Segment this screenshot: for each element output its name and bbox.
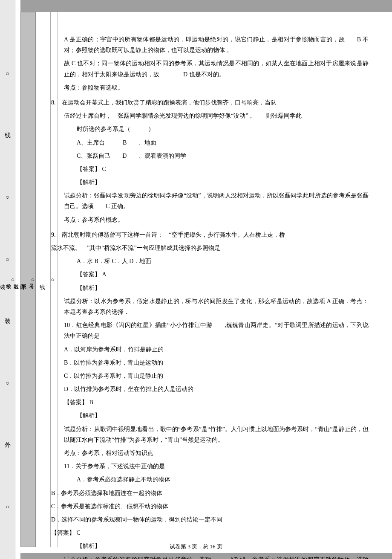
rail-mark: ○ xyxy=(6,254,9,265)
question-10-explanation-header: 【解析】 xyxy=(64,410,369,421)
top-gray-bar xyxy=(20,0,392,12)
rail-mark: ○ xyxy=(6,192,9,203)
rail-mark: ○ xyxy=(6,378,9,388)
continuation-paragraph: A 是正确的；宇宙中的所有物体都是运动的，即运动是绝对的，说它们静止，是相对于参… xyxy=(64,34,369,55)
binding-mark: ○ xyxy=(28,276,37,283)
rail-mark: 外 xyxy=(5,440,11,450)
question-10-option-a: A．以河岸为参考系时，竹排是静止的 xyxy=(64,344,369,355)
question-8-option-cd: C、张磊自己 D 、观看表演的同学 xyxy=(64,151,369,161)
question-11-explanation: 试题分析：参考系的选取除研究对象外是任意的，选项 AB 错。参考系是选做标准的假… xyxy=(64,554,369,559)
page-footer: 试卷第 3 页，总 16 页 xyxy=(0,542,392,551)
question-8-answer: 【答案】 C xyxy=(64,164,369,174)
continuation-paragraph: 故 C 也不对；同一物体的运动相对不同的参考系，其运动情况是不相同的，如某人坐在… xyxy=(64,58,369,79)
question-11-stem: 11．关于参考系，下述说法中正确的是 xyxy=(64,461,369,472)
question-9-explanation: 试题分析：以水为参考系，假定水是静止的，桥与水的间距发生了变化，那么桥是运动的，… xyxy=(64,296,369,317)
question-11-answer: 【答案】 C xyxy=(51,527,369,538)
question-10-explanation: 试题分析：从歌词中很明显地看出，歌中的“参考系”是“竹排”。人们习惯上以地面为参… xyxy=(64,424,369,445)
question-10-keypoint: 考点：参考系，相对运动等知识点 xyxy=(64,448,369,458)
question-11-option-d: D．选择不同的参考系观察同一物体的运动，得到的结论一定不同 xyxy=(51,514,369,525)
question-10-answer: 【答案】 B xyxy=(64,397,369,408)
question-10-option-d: D．以竹排为参考系时，坐在竹排上的人是运动的 xyxy=(64,384,369,394)
rail-mark: 装 xyxy=(5,316,11,327)
binding-mark: ○ xyxy=(48,276,58,283)
key-point: 考点：参照物有选取。 xyxy=(64,82,369,93)
page-content: A 是正确的；宇宙中的所有物体都是运动的，即运动是绝对的，说它们静止，是相对于参… xyxy=(64,34,377,559)
question-8-keypoint: 考点：参考系的概念。 xyxy=(64,214,369,225)
question-9-explanation-header: 【解析】 xyxy=(64,283,369,293)
question-10-option-c: C．以竹排为参考系时，青山是静止的 xyxy=(64,371,369,381)
question-11-option-c: C．参考系是被选作标准的、假想不动的物体 xyxy=(51,501,369,512)
question-8-continuation: 伍经过主席台时， 张磊同学眼睛余光发现旁边的徐明同学好像“没动”， 则张磊同学此 xyxy=(64,110,369,121)
question-9-stem: 9. 南北朝时期的傅翁曾写下这样一首诗： “空手把锄头，步行骑水牛。人在桥上走．… xyxy=(51,229,369,240)
question-10-stem: 10．红色经典电影《闪闪的红星》插曲“小小竹排江中游 ,巍巍青山两岸走。”对于歌… xyxy=(64,320,369,341)
question-8-option-ab: A、主席台 B 、地面 xyxy=(64,137,369,148)
question-8-explanation-header: 【解析】 xyxy=(64,177,369,188)
question-9-options: A．水 B．桥 C．人 D．地面 xyxy=(64,256,369,266)
question-8-stem: 8. 在运动会开幕式上，我们欣赏了精彩的跑操表演，他们步伐整齐，口号响亮，当队 xyxy=(51,97,369,108)
question-11-option-b: B．参考系必须选择和地面连在一起的物体 xyxy=(51,488,369,498)
question-10-option-b: B．以竹排为参考系时，青山是运动的 xyxy=(64,357,369,368)
question-8-continuation: 时所选的参考系是（ ） xyxy=(64,124,369,134)
question-8-explanation: 试题分析：张磊同学发现旁边的徐明同学好像“没动”，说明两人没相对运动，所以张磊同… xyxy=(64,190,369,211)
question-11-option-a: A．参考系必须选择静止不动的物体 xyxy=(64,474,369,485)
rail-mark: ○ xyxy=(6,501,9,512)
rail-mark: ○ xyxy=(6,68,9,79)
binding-column: ○ 线 ○ 订 ○ 装 ○ 内 ○ xyxy=(50,12,58,547)
question-9-continuation: 流水不流。 ”其中“桥流水不流”一句应理解成其选择的参照物是 xyxy=(51,243,369,253)
question-9-answer: 【答案】 A xyxy=(64,269,369,280)
binding-mark: ○ xyxy=(8,276,17,283)
rail-mark: 线 xyxy=(5,130,11,141)
